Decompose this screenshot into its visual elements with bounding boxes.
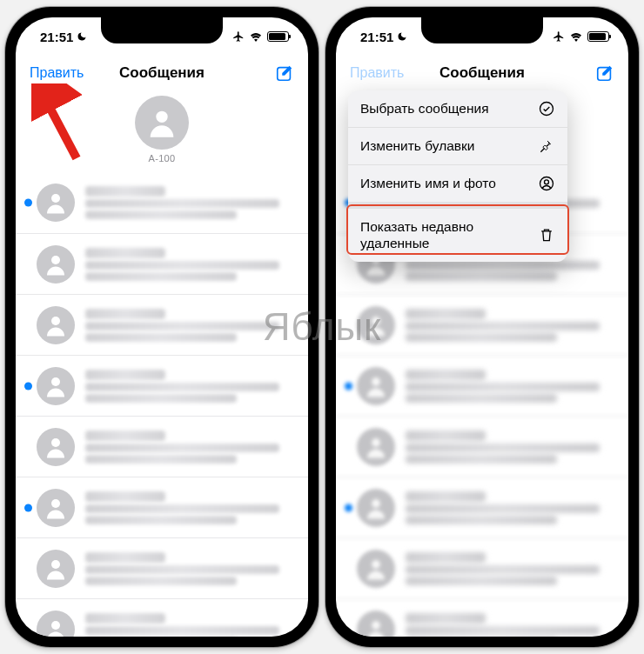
menu-recently-deleted[interactable]: Показать недавно удаленные <box>348 208 567 262</box>
list-item[interactable] <box>16 233 308 294</box>
person-icon <box>43 434 69 460</box>
menu-label: Показать недавно удаленные <box>360 218 517 252</box>
avatar <box>37 611 75 637</box>
svg-point-17 <box>372 438 380 447</box>
compose-icon[interactable] <box>595 63 614 83</box>
notch <box>101 17 223 43</box>
list-item[interactable] <box>16 477 308 537</box>
svg-point-4 <box>51 317 60 325</box>
unread-dot <box>24 504 32 511</box>
compose-icon[interactable] <box>275 63 294 83</box>
svg-point-19 <box>372 560 380 569</box>
person-icon <box>43 556 69 582</box>
svg-point-21 <box>540 103 553 116</box>
list-item[interactable] <box>16 355 308 416</box>
avatar <box>37 367 75 405</box>
person-icon <box>43 373 69 399</box>
menu-label: Изменить булавки <box>360 137 475 154</box>
edit-button[interactable]: Править <box>30 65 91 81</box>
trash-icon <box>538 226 555 244</box>
avatar <box>37 550 75 588</box>
status-time: 21:51 <box>40 30 73 44</box>
unread-dot <box>24 199 32 207</box>
iphone-right: 21:51 Править Сообщения <box>325 7 639 647</box>
svg-point-1 <box>156 111 167 123</box>
screen-right: 21:51 Править Сообщения <box>336 17 628 637</box>
conversation-list[interactable] <box>16 172 308 637</box>
svg-point-8 <box>51 560 60 569</box>
svg-point-2 <box>51 194 60 203</box>
list-item[interactable] <box>16 598 308 637</box>
svg-point-5 <box>51 377 60 386</box>
list-item[interactable] <box>16 294 308 355</box>
wifi-icon <box>249 31 263 42</box>
menu-select-messages[interactable]: Выбрать сообщения <box>348 90 567 127</box>
pinned-avatar <box>135 96 189 150</box>
svg-point-23 <box>545 180 549 184</box>
battery-icon <box>587 31 609 42</box>
notch <box>421 17 543 43</box>
page-title: Сообщения <box>91 64 233 82</box>
svg-point-3 <box>51 256 60 264</box>
avatar <box>37 489 75 527</box>
svg-point-9 <box>51 621 60 630</box>
menu-label: Изменить имя и фото <box>360 175 496 191</box>
person-icon <box>43 312 69 338</box>
avatar <box>37 245 75 284</box>
avatar <box>37 428 75 466</box>
do-not-disturb-icon <box>77 31 87 42</box>
checkmark-circle-icon <box>538 100 555 117</box>
svg-point-7 <box>51 499 60 508</box>
svg-point-6 <box>51 438 60 447</box>
status-time: 21:51 <box>360 30 393 44</box>
avatar <box>37 306 75 344</box>
nav-bar: Править Сообщения <box>336 56 628 90</box>
unread-dot <box>24 382 32 390</box>
edit-menu: Выбрать сообщения Изменить булавки Измен… <box>348 90 567 262</box>
airplane-icon <box>232 30 245 43</box>
menu-label: Выбрать сообщения <box>360 100 489 117</box>
pin-icon <box>538 137 555 155</box>
list-item[interactable] <box>16 172 308 233</box>
edit-button[interactable]: Править <box>350 65 411 81</box>
pinned-name: A-100 <box>149 153 176 164</box>
person-icon <box>144 105 179 140</box>
nav-bar: Править Сообщения <box>16 56 308 90</box>
battery-icon <box>267 31 289 42</box>
menu-edit-name-photo[interactable]: Изменить имя и фото <box>348 164 567 202</box>
person-icon <box>43 190 69 216</box>
avatar <box>37 184 75 222</box>
person-icon <box>43 617 69 637</box>
wifi-icon <box>569 31 583 42</box>
list-item[interactable] <box>16 416 308 477</box>
menu-separator <box>348 202 567 208</box>
menu-edit-pins[interactable]: Изменить булавки <box>348 127 567 164</box>
svg-point-16 <box>372 377 380 386</box>
person-circle-icon <box>538 175 555 192</box>
pinned-conversation[interactable]: A-100 <box>16 90 308 172</box>
svg-point-20 <box>372 621 380 630</box>
page-title: Сообщения <box>411 64 553 82</box>
svg-point-15 <box>372 317 380 325</box>
list-item[interactable] <box>16 537 308 598</box>
svg-point-18 <box>372 499 380 508</box>
do-not-disturb-icon <box>397 31 407 42</box>
airplane-icon <box>553 30 565 43</box>
screen-left: 21:51 Править Сообщения <box>16 17 308 637</box>
person-icon <box>43 251 69 277</box>
iphone-left: 21:51 Править Сообщения <box>5 7 319 647</box>
person-icon <box>43 495 69 521</box>
